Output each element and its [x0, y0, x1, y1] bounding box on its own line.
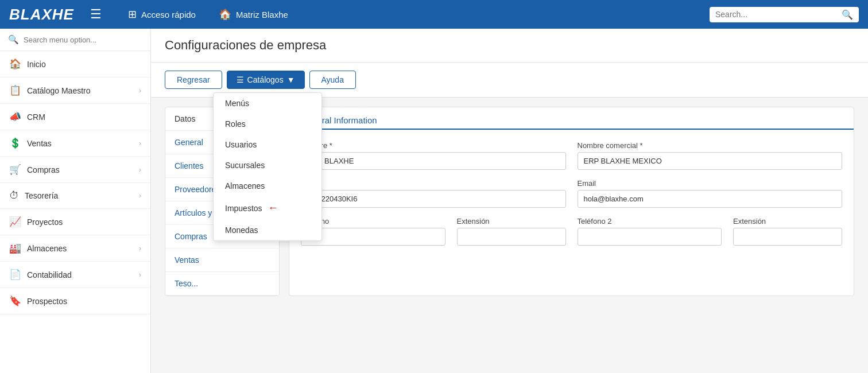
nombre-comercial-label: Nombre comercial *: [578, 141, 843, 150]
chevron-right-icon: ›: [139, 271, 141, 279]
sidebar-search-icon: 🔍: [8, 34, 19, 45]
home-icon: 🏠: [9, 58, 21, 70]
dropdown-item-menus[interactable]: Menús: [214, 93, 321, 114]
chevron-right-icon: ›: [139, 192, 141, 200]
tab-ventas[interactable]: Ventas: [165, 248, 279, 272]
form-group-telefono: Teléfono: [301, 217, 445, 246]
sidebar-item-compras[interactable]: 🛒 Compras ›: [0, 157, 150, 183]
top-search-box[interactable]: 🔍: [710, 7, 859, 22]
form-group-nombre-comercial: Nombre comercial *: [578, 141, 843, 170]
app-logo: BLAXHE: [9, 6, 74, 24]
extension-label: Extensión: [457, 217, 566, 226]
grid-icon: ⊞: [128, 8, 137, 21]
ventas-icon: 💲: [9, 137, 21, 149]
sidebar-item-proyectos[interactable]: 📈 Proyectos: [0, 209, 150, 235]
chevron-right-icon: ›: [139, 139, 141, 147]
dropdown-item-monedas[interactable]: Monedas: [214, 220, 321, 240]
dropdown-item-roles[interactable]: Roles: [214, 114, 321, 134]
hamburger-icon[interactable]: ☰: [86, 5, 106, 24]
form-group-nombre: Nombre *: [301, 141, 566, 170]
extension2-label: Extensión: [733, 217, 842, 226]
form-group-email: Email: [578, 179, 843, 208]
list-icon: ☰: [237, 75, 244, 84]
email-label: Email: [578, 179, 843, 188]
nombre-comercial-input[interactable]: [578, 152, 843, 170]
catalogos-button[interactable]: ☰ Catálogos ▼: [227, 71, 305, 89]
rfc-input[interactable]: [301, 190, 566, 208]
form-group-telefono2: Teléfono 2: [578, 217, 722, 246]
contabilidad-icon: 📄: [9, 269, 21, 281]
sidebar-item-contabilidad[interactable]: 📄 Contabilidad ›: [0, 262, 150, 288]
extension2-input[interactable]: [733, 228, 842, 246]
compras-icon: 🛒: [9, 164, 21, 176]
form-row-telefono: Teléfono Extensión Teléfono 2 Extensión: [289, 212, 854, 250]
chevron-right-icon: ›: [139, 87, 141, 95]
sidebar-item-almacenes[interactable]: 🏭 Almacenes ›: [0, 235, 150, 262]
tab-tesoro[interactable]: Teso...: [165, 272, 279, 296]
dropdown-arrow-icon: ▼: [287, 75, 295, 84]
catalog-icon: 📋: [9, 84, 21, 96]
matriz-button[interactable]: 🏠 Matriz Blaxhe: [208, 5, 299, 24]
toolbar: Regresar ☰ Catálogos ▼ Ayuda Menús Roles…: [151, 63, 868, 98]
sidebar-search-box[interactable]: 🔍: [0, 29, 150, 51]
sidebar-item-tesoreria[interactable]: ⏱ Tesorería ›: [0, 183, 150, 209]
nombre-input[interactable]: [301, 152, 566, 170]
acceso-rapido-button[interactable]: ⊞ Acceso rápido: [118, 5, 206, 24]
dropdown-item-sucursales[interactable]: Sucursales: [214, 155, 321, 176]
proyectos-icon: 📈: [9, 216, 21, 228]
telefono2-input[interactable]: [578, 228, 722, 246]
dropdown-item-impuestos[interactable]: Impuestos ←: [214, 196, 321, 220]
sidebar-item-prospectos[interactable]: 🔖 Prospectos: [0, 288, 150, 314]
chevron-right-icon: ›: [139, 244, 141, 252]
main-content: Configuraciones de empresa Regresar ☰ Ca…: [151, 29, 868, 373]
sidebar-item-ventas[interactable]: 💲 Ventas ›: [0, 130, 150, 157]
home-icon: 🏠: [219, 8, 231, 21]
form-row-rfc: RFC Email: [289, 174, 854, 212]
catalogos-dropdown: Menús Roles Usuarios Sucursales Almacene…: [213, 92, 322, 241]
dropdown-item-usuarios[interactable]: Usuarios: [214, 134, 321, 155]
telefono2-label: Teléfono 2: [578, 217, 722, 226]
top-search-input[interactable]: [715, 10, 842, 19]
telefono-label: Teléfono: [301, 217, 445, 226]
form-row-nombre: Nombre * Nombre comercial *: [289, 137, 854, 174]
chevron-right-icon: ›: [139, 166, 141, 174]
top-navigation: BLAXHE ☰ ⊞ Acceso rápido 🏠 Matriz Blaxhe…: [0, 0, 868, 29]
dropdown-item-almacenes[interactable]: Almacenes: [214, 176, 321, 196]
almacenes-icon: 🏭: [9, 242, 21, 254]
ayuda-button[interactable]: Ayuda: [309, 71, 356, 89]
top-search-icon[interactable]: 🔍: [842, 9, 853, 20]
page-title: Configuraciones de empresa: [151, 29, 868, 63]
regresar-button[interactable]: Regresar: [165, 71, 222, 89]
email-input[interactable]: [578, 190, 843, 208]
form-area: General Information Nombre * Nombre come…: [289, 107, 854, 296]
sidebar: 🔍 🏠 Inicio 📋 Catálogo Maestro › 📣 CRM 💲 …: [0, 29, 151, 373]
sidebar-search-input[interactable]: [24, 36, 142, 44]
sidebar-item-catalogo-maestro[interactable]: 📋 Catálogo Maestro ›: [0, 77, 150, 104]
rfc-label: RFC: [301, 179, 566, 188]
extension-input[interactable]: [457, 228, 566, 246]
telefono-input[interactable]: [301, 228, 445, 246]
form-group-extension: Extensión: [457, 217, 566, 246]
crm-icon: 📣: [9, 111, 21, 123]
form-group-rfc: RFC: [301, 179, 566, 208]
prospectos-icon: 🔖: [9, 295, 21, 307]
form-section-header: General Information: [289, 107, 854, 130]
tesoreria-icon: ⏱: [9, 190, 19, 201]
nombre-label: Nombre *: [301, 141, 566, 150]
sidebar-item-inicio[interactable]: 🏠 Inicio: [0, 51, 150, 77]
red-arrow-icon: ←: [268, 202, 278, 214]
form-group-extension2: Extensión: [733, 217, 842, 246]
sidebar-item-crm[interactable]: 📣 CRM: [0, 104, 150, 130]
